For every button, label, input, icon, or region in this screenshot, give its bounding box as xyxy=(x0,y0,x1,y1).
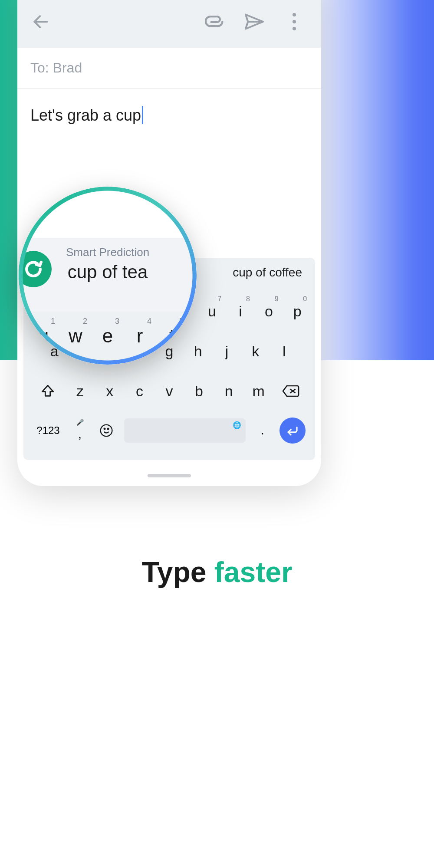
space-key[interactable]: 🌐 xyxy=(124,418,246,443)
key-m[interactable]: m xyxy=(246,374,272,408)
to-value: Brad xyxy=(53,60,82,76)
keyboard-row-3: zxcvbnm xyxy=(27,374,312,408)
svg-point-8 xyxy=(108,428,109,430)
shift-key[interactable] xyxy=(30,384,65,398)
svg-point-1 xyxy=(293,13,296,16)
svg-point-2 xyxy=(293,20,296,23)
key-n[interactable]: n xyxy=(216,374,242,408)
key-j[interactable]: j xyxy=(214,334,240,368)
mag-key-r[interactable]: 4r xyxy=(124,316,156,356)
send-icon xyxy=(245,13,264,30)
key-c[interactable]: c xyxy=(126,374,152,408)
suggestion-secondary[interactable]: cup of coffee xyxy=(228,266,306,279)
more-vertical-icon xyxy=(292,13,297,30)
send-button[interactable] xyxy=(245,12,264,31)
tagline-part1: Type xyxy=(141,556,214,588)
grammarly-icon xyxy=(22,257,45,281)
svg-point-6 xyxy=(101,425,112,437)
text-cursor xyxy=(142,106,143,124)
key-p[interactable]: 0p xyxy=(284,294,310,328)
attach-button[interactable] xyxy=(205,12,224,31)
svg-point-7 xyxy=(104,428,105,430)
emoji-key[interactable] xyxy=(96,424,116,437)
promo-tagline: Type faster xyxy=(0,556,434,589)
key-h[interactable]: h xyxy=(185,334,211,368)
enter-icon xyxy=(286,425,299,436)
key-l[interactable]: l xyxy=(271,334,297,368)
to-label: To: xyxy=(30,60,53,76)
keyboard-bottom-row: ?123 🎤 , 🌐 . xyxy=(27,414,312,451)
mag-key-e[interactable]: 3e xyxy=(92,316,124,356)
key-u[interactable]: 7u xyxy=(199,294,225,328)
backspace-key[interactable] xyxy=(273,384,308,398)
svg-point-3 xyxy=(293,27,296,30)
paperclip-icon xyxy=(205,14,224,29)
compose-area[interactable]: Let's grab a cup xyxy=(17,89,321,206)
key-i[interactable]: 8i xyxy=(227,294,253,328)
key-k[interactable]: k xyxy=(243,334,269,368)
more-button[interactable] xyxy=(285,12,304,31)
mag-key-w[interactable]: 2w xyxy=(59,316,92,356)
key-x[interactable]: x xyxy=(97,374,123,408)
globe-icon: 🌐 xyxy=(233,421,241,429)
recipient-field[interactable]: To: Brad xyxy=(17,48,321,89)
key-o[interactable]: 9o xyxy=(256,294,282,328)
compose-text: Let's grab a cup xyxy=(30,106,141,124)
email-app-header xyxy=(17,0,321,48)
key-v[interactable]: v xyxy=(156,374,182,408)
symbols-key[interactable]: ?123 xyxy=(33,424,63,437)
backspace-icon xyxy=(282,384,300,398)
back-button[interactable] xyxy=(30,11,51,32)
enter-key[interactable] xyxy=(279,418,306,444)
arrow-left-icon xyxy=(31,12,50,31)
emoji-icon xyxy=(99,424,113,437)
magnifier-callout: Smart Prediction cup of tea 1q2w3e4r5t xyxy=(19,187,197,365)
key-z[interactable]: z xyxy=(67,374,93,408)
comma-key[interactable]: 🎤 , xyxy=(71,423,89,438)
key-b[interactable]: b xyxy=(186,374,212,408)
period-key[interactable]: . xyxy=(253,424,272,437)
home-indicator xyxy=(148,474,191,477)
mic-icon: 🎤 xyxy=(76,419,84,426)
shift-icon xyxy=(40,384,55,398)
header-actions xyxy=(205,12,308,31)
tagline-part2: faster xyxy=(214,556,293,588)
